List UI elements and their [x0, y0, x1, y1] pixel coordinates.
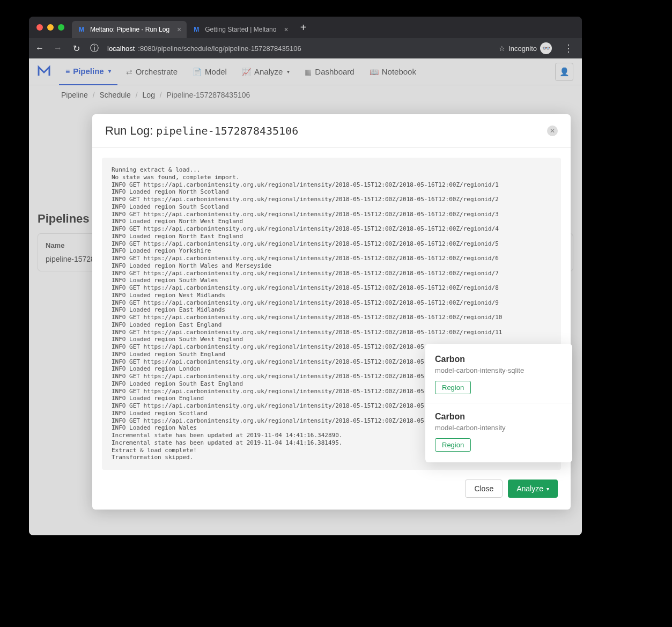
modal-footer: Close Analyze ▾	[92, 470, 571, 510]
tab-strip: M Meltano: Pipeline - Run Log × M Gettin…	[29, 17, 582, 38]
url-host: localhost	[107, 45, 135, 53]
reload-button[interactable]: ↻	[69, 41, 84, 56]
analyze-button[interactable]: Analyze ▾	[508, 480, 558, 498]
close-window-button[interactable]	[36, 24, 43, 31]
tab-title: Getting Started | Meltano	[205, 26, 276, 33]
incognito-indicator: Incognito 👓	[508, 42, 555, 54]
popover-subtitle: model-carbon-intensity	[435, 424, 563, 432]
minimize-window-button[interactable]	[47, 24, 54, 31]
url-field[interactable]: localhost:8080/pipeline/schedule/log/pip…	[105, 45, 505, 53]
modal-header: Run Log: pipeline-1572878435106 ✕	[92, 114, 571, 148]
browser-window: M Meltano: Pipeline - Run Log × M Gettin…	[29, 17, 582, 535]
popover-group: Carbon model-carbon-intensity Region	[425, 404, 572, 459]
meltano-favicon-icon: M	[77, 25, 86, 34]
tab-title: Meltano: Pipeline - Run Log	[90, 26, 169, 33]
browser-menu-button[interactable]: ⋮	[558, 42, 579, 54]
modal-title-id: pipeline-1572878435106	[156, 124, 298, 137]
url-path: :8080/pipeline/schedule/log/pipeline-157…	[138, 45, 301, 53]
close-tab-icon[interactable]: ×	[177, 25, 181, 34]
caret-down-icon: ▾	[547, 486, 549, 492]
back-button[interactable]: ←	[32, 41, 47, 56]
modal-title-prefix: Run Log:	[105, 124, 153, 138]
forward-button[interactable]: →	[50, 41, 65, 56]
analyze-popover: Carbon model-carbon-intensity-sqlite Reg…	[425, 344, 572, 462]
browser-tab[interactable]: M Getting Started | Meltano ×	[187, 21, 293, 38]
incognito-icon: 👓	[540, 42, 552, 54]
close-tab-icon[interactable]: ×	[284, 25, 288, 34]
popover-subtitle: model-carbon-intensity-sqlite	[435, 366, 563, 374]
new-tab-button[interactable]: +	[294, 21, 313, 34]
region-button[interactable]: Region	[435, 381, 471, 394]
incognito-label: Incognito	[508, 45, 537, 53]
traffic-lights	[29, 24, 72, 31]
region-button[interactable]: Region	[435, 438, 471, 452]
popover-title: Carbon	[435, 412, 563, 422]
popover-title: Carbon	[435, 355, 563, 364]
divider	[425, 403, 572, 403]
modal-close-button[interactable]: ✕	[547, 126, 558, 136]
fullscreen-window-button[interactable]	[58, 24, 64, 31]
address-bar: ← → ↻ ⓘ localhost:8080/pipeline/schedule…	[29, 38, 582, 58]
bookmark-icon[interactable]: ☆	[499, 45, 505, 53]
close-icon: ✕	[550, 127, 555, 135]
popover-group: Carbon model-carbon-intensity-sqlite Reg…	[425, 347, 572, 402]
meltano-favicon-icon: M	[192, 25, 201, 34]
close-button[interactable]: Close	[465, 480, 503, 498]
analyze-label: Analyze	[516, 484, 543, 493]
site-info-icon[interactable]: ⓘ	[87, 41, 102, 56]
browser-tab-active[interactable]: M Meltano: Pipeline - Run Log ×	[72, 21, 187, 38]
